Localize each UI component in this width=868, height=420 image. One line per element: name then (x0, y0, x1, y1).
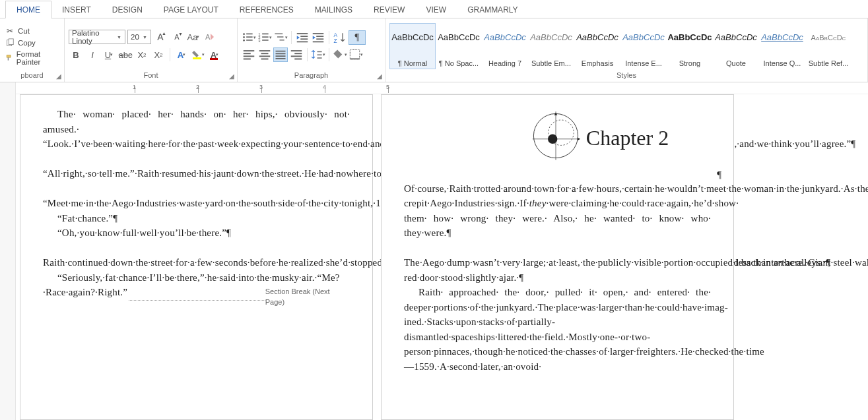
line-spacing-button[interactable]: ▾ (311, 47, 325, 62)
copy-button[interactable]: Copy (4, 37, 60, 49)
subscript-button[interactable]: X2 (135, 47, 149, 62)
style-tile-0[interactable]: AaBbCcDc¶ Normal (389, 23, 436, 69)
style-name-label: Strong (669, 59, 711, 67)
svg-rect-24 (316, 36, 323, 37)
cut-button[interactable]: ✂ Cut (4, 25, 60, 37)
page-left[interactable]: The· woman· placed· her· hands· on· her·… (20, 94, 373, 420)
style-tile-4[interactable]: AaBbCcDcEmphasis (574, 23, 620, 69)
pilcrow-mark: ¶ (717, 167, 721, 183)
borders-button[interactable]: ▾ (349, 47, 363, 62)
grow-font-button[interactable]: A▲ (153, 30, 168, 44)
svg-point-8 (243, 40, 245, 42)
font-color-button[interactable]: A▾ (207, 47, 222, 62)
svg-rect-31 (244, 55, 255, 57)
svg-point-4 (243, 33, 245, 35)
font-size-select[interactable]: 20▼ (127, 30, 151, 44)
svg-rect-42 (294, 53, 302, 54)
font-name-select[interactable]: Palatino Linoty▼ (69, 30, 125, 44)
scissors-icon: ✂ (5, 26, 15, 36)
decrease-indent-button[interactable] (295, 30, 310, 45)
shrink-font-button[interactable]: A▼ (170, 30, 184, 44)
clear-formatting-button[interactable]: A (203, 30, 217, 44)
change-case-button[interactable]: Aa▾ (186, 30, 201, 44)
underline-button[interactable]: U▾ (102, 47, 116, 62)
svg-rect-1 (9, 38, 13, 44)
svg-rect-41 (291, 50, 302, 51)
tab-insert[interactable]: INSERT (51, 1, 102, 18)
style-tile-6[interactable]: AaBbCcDcStrong (667, 23, 713, 69)
italic-button[interactable]: I (85, 47, 100, 62)
text-effects-button[interactable]: A▾ (174, 47, 189, 62)
svg-rect-47 (317, 57, 322, 58)
styles-gallery[interactable]: AaBbCcDc¶ NormalAaBbCcDc¶ No Spac...AaBb… (389, 23, 863, 69)
svg-rect-15 (262, 40, 269, 41)
highlight-button[interactable]: ▾ (191, 47, 205, 62)
style-tile-3[interactable]: AaBbCcDcSubtle Em... (528, 23, 574, 69)
strikethrough-button[interactable]: abc (118, 47, 133, 62)
tab-mailings[interactable]: MAILINGS (304, 1, 363, 18)
group-paragraph: ▾ 123▾ ▾ AZ ¶ ▾ ▾ ▾ Para (238, 18, 385, 82)
svg-rect-26 (313, 41, 324, 42)
align-left-button[interactable] (242, 47, 256, 62)
paragraph: The·Aego·dump·wasn’t·very·large;·at·leas… (404, 241, 711, 285)
svg-text:Z: Z (333, 38, 337, 44)
style-preview: AaBbCcDc (715, 26, 757, 49)
paintbrush-icon (5, 53, 13, 63)
shading-button[interactable]: ▾ (333, 47, 347, 62)
tab-home[interactable]: HOME (5, 1, 51, 18)
tab-view[interactable]: VIEW (415, 1, 457, 18)
numbering-button[interactable]: 123▾ (257, 30, 272, 45)
style-name-label: Heading 7 (484, 59, 526, 67)
svg-rect-50 (350, 58, 359, 59)
ruler-tick: 3 (261, 82, 262, 94)
tab-references[interactable]: REFERENCES (229, 1, 304, 18)
paragraph-dialog-launcher[interactable]: ◢ (376, 72, 384, 80)
format-painter-button[interactable]: Format Painter (4, 49, 60, 67)
style-tile-1[interactable]: AaBbCcDc¶ No Spac... (436, 23, 482, 69)
separator (291, 31, 292, 44)
clipboard-dialog-launcher[interactable]: ◢ (55, 72, 63, 80)
paragraph: “Oh,·you·know·full·well·you’ll·be·there.… (43, 225, 350, 241)
align-center-button[interactable] (257, 47, 272, 62)
tab-review[interactable]: REVIEW (363, 1, 415, 18)
tab-page-layout[interactable]: PAGE LAYOUT (153, 1, 229, 18)
style-tile-9[interactable]: AaBbCcDcSubtle Ref... (805, 23, 851, 69)
bold-button[interactable]: B (69, 47, 83, 62)
svg-point-6 (243, 36, 245, 38)
align-right-button[interactable] (289, 47, 304, 62)
sort-button[interactable]: AZ (333, 30, 347, 45)
paragraph: “Meet·me·in·the·Aego·Industries·waste·ya… (43, 181, 350, 211)
font-dialog-launcher[interactable]: ◢ (228, 72, 236, 80)
ruler-tick: 5 (388, 82, 389, 94)
style-name-label: Intense E... (622, 59, 665, 67)
svg-rect-40 (276, 58, 286, 59)
cut-label: Cut (18, 27, 30, 35)
style-tile-8[interactable]: AaBbCcDcIntense Q... (759, 23, 805, 69)
copy-label: Copy (18, 39, 36, 47)
style-tile-2[interactable]: AaBbCcDcHeading 7 (482, 23, 528, 69)
bullets-button[interactable]: ▾ (242, 30, 256, 45)
svg-rect-18 (280, 40, 284, 40)
svg-rect-36 (261, 58, 269, 59)
show-hide-button[interactable]: ¶ (349, 30, 366, 45)
font-size-value: 20 (131, 33, 139, 41)
style-tile-5[interactable]: AaBbCcDcIntense E... (620, 23, 667, 69)
increase-indent-button[interactable] (311, 30, 325, 45)
svg-rect-3 (193, 57, 201, 59)
styles-group-label: Styles (389, 71, 863, 80)
tab-design[interactable]: DESIGN (102, 1, 153, 18)
group-styles: AaBbCcDc¶ NormalAaBbCcDc¶ No Spac...AaBb… (385, 18, 868, 82)
svg-text:3: 3 (258, 39, 261, 43)
svg-rect-23 (313, 33, 324, 34)
style-tile-7[interactable]: AaBbCcDcQuote (713, 23, 759, 69)
horizontal-ruler[interactable]: 12345 (16, 82, 868, 94)
font-group-label: Font (69, 71, 233, 80)
superscript-button[interactable]: X2 (151, 47, 166, 62)
multilevel-list-button[interactable]: ▾ (273, 30, 288, 45)
tab-grammarly[interactable]: GRAMMARLY (457, 1, 528, 18)
align-justify-button[interactable] (273, 47, 288, 62)
chapter-heading: Chapter 2 (487, 109, 711, 167)
page-right[interactable]: Chapter 2 ¶ Of·course,·Raith·trotted·aro… (381, 94, 734, 420)
vertical-ruler[interactable] (0, 82, 16, 420)
separator (307, 48, 308, 61)
